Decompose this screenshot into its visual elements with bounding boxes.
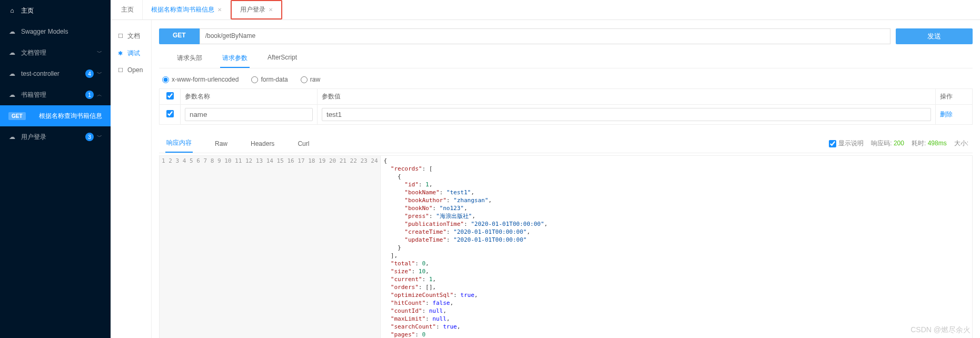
- param-value-input[interactable]: [322, 108, 931, 121]
- param-name-input[interactable]: [185, 108, 313, 121]
- size-label: 大小:: [954, 139, 968, 148]
- close-icon[interactable]: ✕: [217, 7, 222, 13]
- line-gutter: 1 2 3 4 5 6 7 8 9 10 11 12 13 14 15 16 1…: [160, 156, 381, 338]
- sidebar-home-label: 主页: [21, 6, 34, 15]
- url-input[interactable]: /book/getByName: [200, 28, 890, 44]
- sidebar-test-label: test-controller: [21, 70, 60, 77]
- file-icon: ☐: [118, 33, 124, 39]
- page-tabs: 主页 根据名称查询书籍信息✕ 用户登录✕: [111, 0, 980, 20]
- main-panel: GET /book/getByName 发送 请求头部 请求参数 AfterSc…: [152, 20, 980, 338]
- col-op: 操作: [936, 89, 973, 105]
- radio-formdata[interactable]: form-data: [251, 76, 288, 83]
- sidebar-book-label: 书籍管理: [21, 91, 46, 100]
- response-tabs: 响应内容 Raw Headers Curl 显示说明 响应码: 200 耗时: …: [159, 134, 973, 153]
- watermark: CSDN @燃尽余火: [910, 325, 971, 335]
- table-header: 参数名称 参数值 操作: [160, 89, 973, 105]
- select-all-checkbox[interactable]: [166, 92, 174, 100]
- col-name: 参数名称: [181, 89, 318, 105]
- show-desc-checkbox[interactable]: 显示说明: [829, 139, 864, 148]
- radio-xform[interactable]: x-www-form-urlencoded: [162, 76, 239, 83]
- tab-home[interactable]: 主页: [113, 0, 143, 19]
- tab-resp-content[interactable]: 响应内容: [165, 134, 193, 153]
- bug-icon: ✱: [118, 50, 124, 57]
- chevron-down-icon: ﹀: [97, 133, 102, 141]
- sidebar-sub-label: 根据名称查询书籍信息: [39, 112, 102, 121]
- chevron-down-icon: ﹀: [97, 70, 102, 77]
- row-checkbox[interactable]: [166, 110, 174, 117]
- tab-label: 用户登录: [240, 5, 265, 14]
- request-tabs: 请求头部 请求参数 AfterScript: [159, 49, 973, 68]
- sidebar: ⌂主页 ☁Swagger Models ☁文档管理 ﹀ ☁test-contro…: [0, 0, 111, 338]
- sidebar-user-login[interactable]: ☁用户登录 3﹀: [0, 126, 111, 147]
- badge-count: 3: [85, 133, 94, 141]
- rail-debug[interactable]: ✱调试: [111, 45, 151, 62]
- radio-raw[interactable]: raw: [301, 76, 320, 83]
- tab-req-headers[interactable]: 请求头部: [175, 49, 204, 68]
- rail-doc[interactable]: ☐文档: [111, 27, 151, 45]
- tab-resp-headers[interactable]: Headers: [250, 136, 275, 152]
- left-rail: ☐文档 ✱调试 ☐Open: [111, 20, 152, 338]
- tab-label: 根据名称查询书籍信息: [151, 5, 214, 14]
- elapsed-time: 498ms: [928, 140, 947, 147]
- sidebar-docs-label: 文档管理: [21, 48, 46, 57]
- badge-count: 1: [85, 91, 94, 99]
- chevron-down-icon: ﹀: [97, 49, 102, 56]
- rail-open[interactable]: ☐Open: [111, 62, 151, 78]
- request-bar: GET /book/getByName 发送: [159, 28, 973, 44]
- home-icon: ⌂: [8, 7, 16, 14]
- sidebar-user-label: 用户登录: [21, 133, 46, 142]
- col-value: 参数值: [318, 89, 936, 105]
- send-button[interactable]: 发送: [896, 28, 973, 44]
- body-type-radios: x-www-form-urlencoded form-data raw: [159, 73, 973, 88]
- sidebar-swagger-label: Swagger Models: [21, 28, 68, 35]
- tab-userlogin[interactable]: 用户登录✕: [231, 0, 282, 19]
- sidebar-book-mgmt[interactable]: ☁书籍管理 1︿: [0, 84, 111, 105]
- rail-label: 调试: [127, 49, 140, 58]
- content-area: 主页 根据名称查询书籍信息✕ 用户登录✕ ☐文档 ✱调试 ☐Open GET /…: [111, 0, 980, 338]
- delete-link[interactable]: 删除: [940, 111, 953, 118]
- sidebar-test-controller[interactable]: ☁test-controller 4﹀: [0, 63, 111, 84]
- tab-resp-raw[interactable]: Raw: [214, 136, 229, 152]
- tab-getbyname[interactable]: 根据名称查询书籍信息✕: [143, 0, 231, 19]
- sidebar-swagger[interactable]: ☁Swagger Models: [0, 21, 111, 42]
- json-viewer[interactable]: { "records": [ { "id": 1, "bookName": "t…: [381, 156, 972, 338]
- cloud-icon: ☁: [8, 70, 16, 77]
- rail-label: Open: [127, 66, 143, 74]
- response-info: 显示说明 响应码: 200 耗时: 498ms 大小:: [829, 139, 973, 148]
- params-table: 参数名称 参数值 操作 删除: [159, 88, 973, 125]
- chevron-up-icon: ︿: [97, 91, 102, 98]
- code-label: 响应码:: [871, 140, 892, 147]
- badge-count: 4: [85, 69, 94, 78]
- cloud-icon: ☁: [8, 28, 16, 35]
- table-row: 删除: [160, 105, 973, 125]
- tab-resp-curl[interactable]: Curl: [296, 136, 310, 152]
- sidebar-sub-getbyname[interactable]: GET 根据名称查询书籍信息: [0, 105, 111, 126]
- method-badge: GET: [8, 112, 26, 120]
- tab-req-params[interactable]: 请求参数: [220, 49, 250, 68]
- rail-label: 文档: [127, 32, 140, 41]
- cloud-icon: ☁: [8, 133, 16, 141]
- open-icon: ☐: [118, 67, 124, 74]
- http-method: GET: [159, 28, 200, 44]
- cloud-icon: ☁: [8, 91, 16, 98]
- response-body: 1 2 3 4 5 6 7 8 9 10 11 12 13 14 15 16 1…: [159, 155, 973, 338]
- sidebar-docs[interactable]: ☁文档管理 ﹀: [0, 42, 111, 63]
- time-label: 耗时:: [912, 140, 926, 147]
- tab-req-after[interactable]: AfterScript: [265, 49, 299, 68]
- close-icon[interactable]: ✕: [269, 7, 273, 13]
- doc-icon: ☁: [8, 49, 16, 56]
- sidebar-home[interactable]: ⌂主页: [0, 0, 111, 21]
- status-code: 200: [894, 140, 904, 147]
- tab-label: 主页: [121, 5, 134, 14]
